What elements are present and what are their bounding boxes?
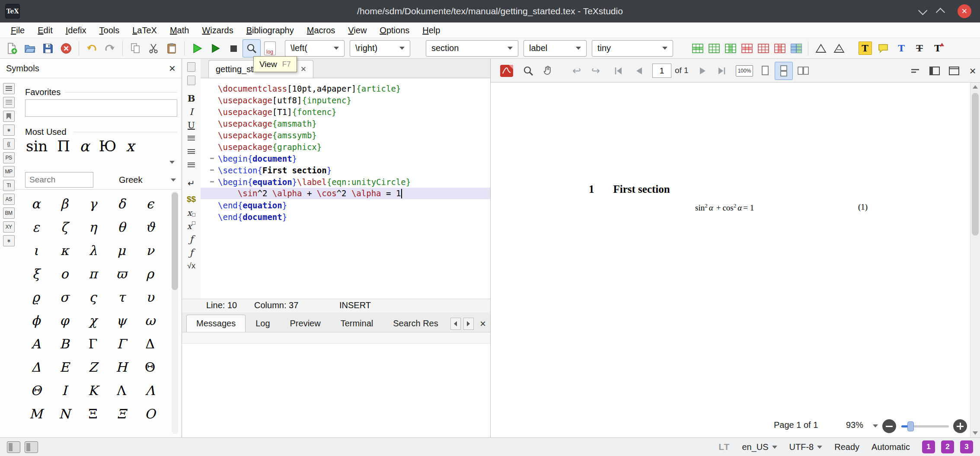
zoom-in-button[interactable] xyxy=(953,419,967,433)
symbol-cell[interactable]: κ xyxy=(61,243,69,258)
function-button[interactable]: ƒ xyxy=(184,246,199,259)
symbol-cell[interactable]: Γ xyxy=(89,336,98,351)
status-badge-2[interactable]: 2 xyxy=(941,440,954,453)
languagetool-icon[interactable]: LT xyxy=(718,442,730,452)
minimize-icon[interactable] xyxy=(918,6,927,15)
symbol-cell[interactable]: π xyxy=(89,266,97,281)
snippet-icon[interactable] xyxy=(187,62,195,72)
menu-wizards[interactable]: Wizards xyxy=(195,23,239,38)
symbol-cell[interactable]: Ξ xyxy=(88,406,97,421)
italic-button[interactable]: I xyxy=(184,105,199,118)
right-delimiter-combo[interactable]: \right) xyxy=(350,40,410,57)
symbol-cell[interactable]: ϖ xyxy=(116,266,127,281)
menu-view[interactable]: View xyxy=(342,23,373,38)
view-button[interactable] xyxy=(243,39,261,57)
symbol-cell[interactable]: I xyxy=(62,383,67,398)
structure-level-combo[interactable]: section xyxy=(426,40,518,57)
symbol-cell[interactable]: τ xyxy=(118,290,125,305)
subscript-button[interactable]: x xyxy=(184,206,199,219)
next-page-button[interactable] xyxy=(694,62,712,80)
menu-math[interactable]: Math xyxy=(163,23,195,38)
stop-button[interactable] xyxy=(224,39,243,57)
code-line[interactable]: \usepackage[utf8]{inputenc} xyxy=(201,94,490,106)
fit-width-button[interactable] xyxy=(756,62,774,80)
symbol-cell[interactable]: ξ xyxy=(32,266,40,281)
pdf-document-button[interactable] xyxy=(498,62,516,80)
symbol-cell[interactable]: ν xyxy=(146,243,154,258)
window-close-button[interactable]: × xyxy=(958,4,971,18)
symbol-cell[interactable]: ω xyxy=(145,313,155,328)
cut-button[interactable] xyxy=(144,39,163,57)
last-page-button[interactable] xyxy=(713,62,731,80)
compile-button[interactable] xyxy=(206,39,224,57)
new-file-button[interactable] xyxy=(3,39,21,57)
menu-help[interactable]: Help xyxy=(416,23,447,38)
most-used-scroll-down-icon[interactable] xyxy=(169,161,175,164)
font-size-combo[interactable]: tiny xyxy=(592,40,673,57)
text-color-button[interactable]: T xyxy=(892,39,910,57)
scrollbar-thumb[interactable] xyxy=(172,192,178,290)
tab-preview[interactable]: Preview xyxy=(280,315,331,332)
code-line[interactable]: \usepackage{graphicx} xyxy=(201,141,490,153)
symbol-cell[interactable]: χ xyxy=(89,313,97,328)
zoom-original-button[interactable]: 100% xyxy=(735,62,753,80)
scroll-up-icon[interactable] xyxy=(973,85,978,89)
menu-bibliography[interactable]: Bibliography xyxy=(240,23,300,38)
zoom-slider[interactable] xyxy=(901,419,949,433)
snippet-icon[interactable] xyxy=(187,76,195,85)
language-selector[interactable]: en_US xyxy=(742,442,777,452)
symbol-search-input[interactable] xyxy=(25,172,93,188)
xy-icon[interactable]: XY xyxy=(3,221,15,233)
lineending-mode[interactable]: Automatic xyxy=(871,442,910,452)
strikeout-button[interactable]: T xyxy=(910,39,929,57)
operators-icon[interactable]: ∗ xyxy=(3,124,15,136)
symbol-category-dropdown[interactable]: Greek xyxy=(102,172,178,188)
most-used-symbol[interactable]: sin xyxy=(26,137,48,155)
view-log-button[interactable]: log xyxy=(261,39,279,57)
symbol-cell[interactable]: Δ xyxy=(31,360,41,375)
matrix-button[interactable] xyxy=(788,39,804,57)
code-line[interactable]: \end{document} xyxy=(201,211,490,223)
zoom-slider-handle[interactable] xyxy=(907,421,914,431)
symbol-cell[interactable]: ϑ xyxy=(145,220,154,235)
symbol-cell[interactable]: β xyxy=(61,196,68,211)
first-page-button[interactable] xyxy=(609,62,627,80)
paste-button[interactable] xyxy=(163,39,181,57)
most-used-symbol[interactable]: Π xyxy=(57,137,70,155)
symbol-cell[interactable]: ζ xyxy=(61,220,68,235)
symbol-cell[interactable]: ϵ xyxy=(147,196,154,211)
maximize-icon[interactable] xyxy=(936,8,945,17)
tab-terminal[interactable]: Terminal xyxy=(331,315,383,332)
symbol-cell[interactable]: B xyxy=(60,336,69,351)
add-column-button[interactable] xyxy=(722,39,739,57)
scrollbar-thumb[interactable] xyxy=(972,93,979,236)
ascii-icon[interactable]: AS xyxy=(3,194,15,205)
bookmarks-icon[interactable] xyxy=(3,111,15,122)
symbol-cell[interactable]: Ξ xyxy=(117,406,126,421)
code-line[interactable]: \sin^2 \alpha + \cos^2 \alpha = 1 xyxy=(201,188,490,199)
symbol-cell[interactable]: ε xyxy=(32,220,39,235)
code-line[interactable]: \section{First section} xyxy=(201,164,490,176)
pdf-pan-button[interactable] xyxy=(539,62,557,80)
scroll-down-icon[interactable] xyxy=(973,431,978,435)
encoding-selector[interactable]: UTF-8 xyxy=(789,442,823,452)
tab-search-res[interactable]: Search Res xyxy=(383,315,448,332)
tab-log[interactable]: Log xyxy=(246,315,280,332)
symbol-cell[interactable]: λ xyxy=(89,243,97,258)
superscript-text-button[interactable]: T xyxy=(929,39,947,57)
symbol-cell[interactable]: M xyxy=(29,406,43,421)
most-used-symbol[interactable]: α xyxy=(80,137,89,155)
line-symbols-icon[interactable] xyxy=(3,97,15,108)
symbols-scrollbar[interactable] xyxy=(172,191,178,434)
open-file-button[interactable] xyxy=(21,39,39,57)
undo-button[interactable] xyxy=(83,39,101,57)
symbol-cell[interactable]: ψ xyxy=(116,313,127,328)
scroll-tabs-right-button[interactable] xyxy=(463,318,474,330)
symbol-cell[interactable]: δ xyxy=(118,196,125,211)
tab-messages[interactable]: Messages xyxy=(186,315,246,332)
symbol-cell[interactable]: Δ xyxy=(145,336,155,351)
symbol-cell[interactable]: φ xyxy=(60,313,69,328)
close-file-button[interactable] xyxy=(57,39,75,57)
align-right-button[interactable] xyxy=(184,159,199,172)
remove-column-button[interactable] xyxy=(772,39,788,57)
